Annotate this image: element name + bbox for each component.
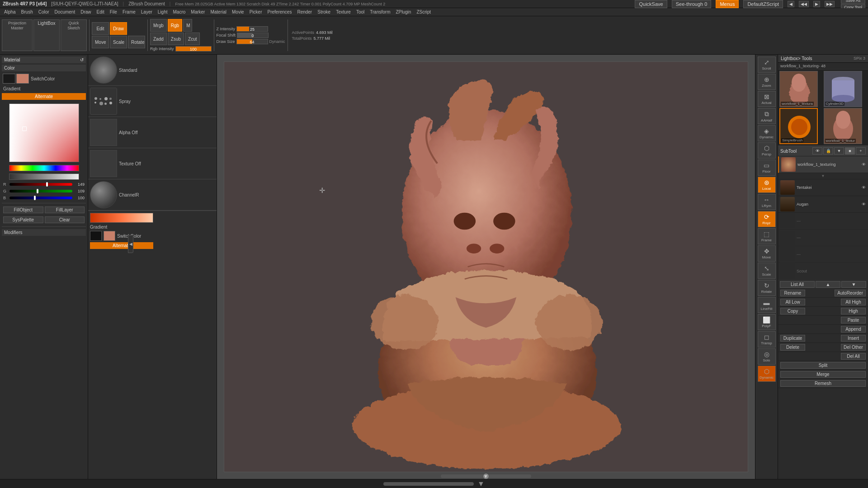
sat-slider[interactable]: [9, 174, 79, 180]
standard-brush-preview[interactable]: [90, 56, 117, 84]
scale-button[interactable]: Scale: [110, 36, 127, 48]
transp-btn[interactable]: ◻Transp: [758, 331, 776, 347]
save-as-button[interactable]: Save As: [841, 0, 865, 4]
solo-btn[interactable]: ◎Solo: [758, 348, 776, 365]
high-button[interactable]: High: [841, 308, 866, 314]
menu-frame[interactable]: Frame: [120, 9, 138, 15]
scale-btn-rt[interactable]: ⤡Scale: [758, 263, 776, 279]
actual-btn[interactable]: ⊠Actual: [758, 91, 776, 107]
all-low-button[interactable]: All Low: [780, 299, 805, 305]
focal-shift-slider[interactable]: 0: [237, 33, 269, 38]
thumb-workflow-creature[interactable]: workflow_1_textura: [779, 71, 818, 107]
clear-button[interactable]: Clear: [45, 216, 85, 223]
texture-off-preview[interactable]: [90, 150, 117, 177]
del-other-button[interactable]: Del Other: [841, 344, 866, 351]
quicksave-button[interactable]: QuickSave: [635, 0, 667, 8]
rotate-button[interactable]: Rotate: [128, 36, 145, 48]
rxyz-btn[interactable]: ⟳Rxyz: [758, 211, 776, 227]
lightbox-button[interactable]: LightBox: [33, 19, 60, 51]
material-section-title[interactable]: Material ↺: [2, 56, 86, 63]
list-all-button[interactable]: List All: [780, 281, 815, 288]
brush-swatch-dark[interactable]: [90, 231, 102, 241]
persp-btn[interactable]: ⬡Persp: [758, 142, 776, 159]
floor-btn[interactable]: ▭Floor: [758, 160, 776, 176]
zsub-button[interactable]: Zsub: [168, 33, 184, 45]
menu-light[interactable]: Light: [156, 9, 170, 15]
m-button[interactable]: M: [183, 19, 192, 32]
subtool-sliced3[interactable]: ---: [778, 246, 868, 263]
zadd-button[interactable]: Zadd: [150, 33, 167, 45]
dynamic2-btn[interactable]: ⬡Dynamic: [758, 366, 776, 382]
bottom-scrollbar[interactable]: [383, 482, 474, 486]
hue-slider[interactable]: [9, 165, 79, 171]
menu-brush[interactable]: Brush: [19, 9, 35, 15]
subtool-lock-btn[interactable]: 🔒: [823, 147, 833, 155]
projection-master-button[interactable]: Projection Master: [2, 19, 33, 51]
subtool-add-btn[interactable]: +: [856, 147, 866, 155]
alternate-button[interactable]: Alternate: [2, 93, 86, 100]
canvas-area[interactable]: ✛ ▼: [217, 55, 755, 479]
modifiers-section[interactable]: Modifiers: [2, 229, 86, 236]
del-all-button[interactable]: Del All: [841, 353, 866, 360]
merge-button[interactable]: Merge: [780, 371, 866, 378]
edit-button[interactable]: Edit: [92, 22, 109, 35]
alpha-off-preview[interactable]: [90, 119, 117, 146]
menu-edit[interactable]: Edit: [94, 9, 107, 15]
r-slider[interactable]: [9, 183, 72, 186]
canvas-scrollbar[interactable]: ▼: [441, 474, 531, 478]
menu-zscript[interactable]: ZScript: [414, 9, 433, 15]
swatch-light[interactable]: [16, 74, 29, 84]
menu-picker[interactable]: Picker: [247, 9, 264, 15]
rgb-button[interactable]: Rgb: [168, 19, 182, 32]
linefill-btn[interactable]: ▬LineFill: [758, 297, 776, 313]
menu-texture[interactable]: Texture: [334, 9, 353, 15]
split-button[interactable]: Split: [780, 362, 866, 369]
zcut-button[interactable]: Zcut: [185, 33, 200, 45]
subtool-3-controls[interactable]: 👁: [862, 202, 866, 206]
menu-layer[interactable]: Layer: [139, 9, 155, 15]
menu-marker[interactable]: Marker: [189, 9, 207, 15]
arrow-down-button[interactable]: ▼: [841, 281, 866, 288]
brush-swatch-light[interactable]: [104, 231, 115, 241]
menu-preferences[interactable]: Preferences: [265, 9, 294, 15]
all-high-button[interactable]: All High: [841, 299, 866, 305]
menu-zplugin[interactable]: ZPlugin: [393, 9, 413, 15]
menu-document[interactable]: Document: [52, 9, 78, 15]
menu-alpha[interactable]: Alpha: [2, 9, 18, 15]
subtool-2-controls[interactable]: 👁: [862, 185, 866, 190]
duplicate-button[interactable]: Duplicate: [780, 335, 805, 342]
menu-material[interactable]: Material: [208, 9, 229, 15]
subtool-eye-btn[interactable]: 👁: [812, 147, 822, 155]
menu-movie[interactable]: Movie: [230, 9, 246, 15]
thumb-simple-brush[interactable]: SimpleBrush: [779, 108, 818, 144]
quick-sketch-button[interactable]: Quick Sketch: [61, 19, 87, 51]
icon-btn-3[interactable]: ▶: [813, 1, 820, 7]
g-slider[interactable]: [9, 190, 72, 192]
menu-tool[interactable]: Tool: [354, 9, 367, 15]
icon-btn-2[interactable]: ◀◀: [799, 1, 809, 7]
remesh-button[interactable]: Remesh: [780, 380, 866, 387]
fill-layer-button[interactable]: FillLayer: [45, 206, 85, 213]
menu-transform[interactable]: Transform: [368, 9, 392, 15]
default-zscript-button[interactable]: DefaultZScript: [743, 0, 783, 8]
menu-macro[interactable]: Macro: [171, 9, 188, 15]
rename-button[interactable]: Rename: [780, 290, 805, 296]
paste-button[interactable]: Paste: [841, 317, 866, 324]
rotate-btn-rt[interactable]: ↻Rotate: [758, 280, 776, 296]
sys-palette-button[interactable]: SysPalette: [3, 216, 43, 223]
subtool-color-btn[interactable]: ■: [845, 147, 855, 155]
polyf-btn[interactable]: ⬜PolyF: [758, 314, 776, 330]
insert-button[interactable]: Insert: [841, 335, 866, 342]
icon-btn-4[interactable]: ▶▶: [825, 1, 835, 7]
subtool-tentakei[interactable]: Tentakei 👁: [778, 179, 868, 196]
scroll-btn[interactable]: ⤢Scroll: [758, 56, 776, 73]
thumb-cylinder3d[interactable]: Cylinder3D: [824, 71, 862, 107]
subtool-workflow-1[interactable]: workflow_1_texturing 👁: [778, 156, 868, 173]
append-button[interactable]: Append: [841, 326, 866, 333]
aahalf-btn[interactable]: ⧉AAHalf: [758, 108, 776, 124]
brush-gradient-strip[interactable]: [90, 213, 153, 223]
menus-button[interactable]: Menus: [716, 0, 739, 8]
fill-object-button[interactable]: FillObject: [3, 206, 43, 213]
menu-file[interactable]: File: [108, 9, 119, 15]
subtool-scout[interactable]: Scout: [778, 263, 868, 280]
